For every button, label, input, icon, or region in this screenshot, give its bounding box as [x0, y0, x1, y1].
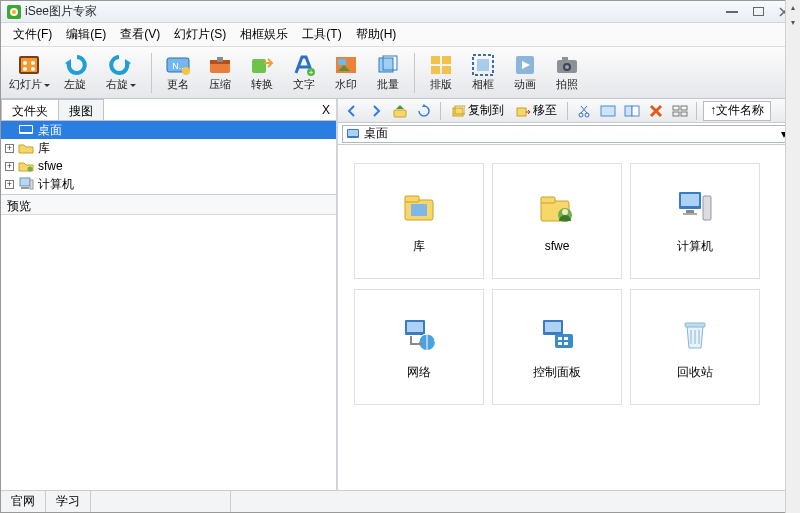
grid-item-1[interactable]: sfwe [492, 163, 622, 279]
preview-pane [1, 215, 336, 490]
folder-tree[interactable]: 桌面+库+sfwe+计算机 ▴▾ [1, 121, 336, 195]
nav-refresh-button[interactable] [414, 101, 434, 121]
toolbar-rename-button[interactable]: N..更名 [160, 50, 196, 96]
svg-rect-17 [252, 59, 266, 73]
toolbar-batch-button[interactable]: 批量 [370, 50, 406, 96]
move-to-button[interactable]: 移至 [512, 101, 561, 121]
path-field[interactable]: 桌面 ▾ [342, 125, 795, 143]
svg-rect-32 [562, 57, 568, 61]
toolbar-text-button[interactable]: +文字 [286, 50, 322, 96]
film-icon [17, 53, 41, 77]
item-grid: 库sfwe计算机网络控制面板回收站 [338, 145, 799, 490]
nav-forward-button[interactable] [366, 101, 386, 121]
menu-item-5[interactable]: 工具(T) [296, 24, 347, 45]
grid-item-3[interactable]: 网络 [354, 289, 484, 405]
invert-select-button[interactable] [622, 101, 642, 121]
grid-item-4[interactable]: 控制面板 [492, 289, 622, 405]
grid-item-5[interactable]: 回收站 [630, 289, 760, 405]
grid-item-0[interactable]: 库 [354, 163, 484, 279]
toolbar-slideshow-button[interactable]: 幻灯片 [7, 50, 51, 96]
status-link-learn[interactable]: 学习 [46, 491, 91, 512]
tab-folders[interactable]: 文件夹 [1, 99, 59, 120]
toolbar-anim-button[interactable]: 动画 [507, 50, 543, 96]
svg-rect-66 [683, 213, 697, 215]
expander-icon[interactable]: + [5, 144, 14, 153]
nav-back-button[interactable] [342, 101, 362, 121]
svg-point-10 [31, 67, 35, 71]
rot-l-icon [63, 53, 87, 77]
nav-up-button[interactable] [390, 101, 410, 121]
tree-node-3[interactable]: +计算机 [1, 175, 336, 193]
svg-point-13 [182, 67, 190, 75]
menu-item-2[interactable]: 查看(V) [114, 24, 166, 45]
tree-node-1[interactable]: +库 [1, 139, 336, 157]
svg-point-37 [28, 167, 33, 172]
svg-rect-40 [21, 187, 29, 189]
screen-icon [18, 123, 34, 137]
svg-rect-21 [338, 59, 346, 65]
svg-rect-24 [431, 56, 440, 64]
tree-node-2[interactable]: +sfwe [1, 157, 336, 175]
toolbar-rotate-right-button[interactable]: 右旋 [99, 50, 143, 96]
browser-toolbar: 复制到 移至 ↑文件名称 [338, 99, 799, 123]
main-toolbar: 幻灯片左旋右旋N..更名压缩转换+文字水印批量排版相框动画拍照 [1, 47, 799, 99]
camera-icon [555, 53, 579, 77]
status-link-site[interactable]: 官网 [1, 491, 46, 512]
svg-rect-53 [681, 112, 687, 116]
path-text: 桌面 [364, 125, 388, 142]
userfolder-icon [537, 189, 577, 229]
svg-rect-58 [411, 204, 427, 216]
svg-rect-38 [20, 178, 30, 186]
minimize-button[interactable] [723, 5, 741, 19]
toolbar-rotate-left-button[interactable]: 左旋 [57, 50, 93, 96]
panel-icon [537, 314, 577, 354]
svg-rect-69 [407, 322, 423, 332]
menu-item-6[interactable]: 帮助(H) [350, 24, 403, 45]
expander-icon[interactable]: + [5, 162, 14, 171]
toolbar-layout-button[interactable]: 排版 [423, 50, 459, 96]
svg-rect-16 [217, 57, 223, 62]
svg-rect-51 [681, 106, 687, 110]
toolbar-watermark-button[interactable]: 水印 [328, 50, 364, 96]
sort-dropdown[interactable]: ↑文件名称 [703, 101, 771, 121]
rename-icon: N.. [166, 53, 190, 77]
left-tabs: 文件夹 搜图 X [1, 99, 336, 121]
svg-point-34 [565, 65, 569, 69]
tabs-close-button[interactable]: X [316, 99, 336, 120]
svg-rect-26 [431, 66, 440, 74]
menu-item-0[interactable]: 文件(F) [7, 24, 58, 45]
svg-rect-57 [405, 196, 419, 202]
pc-big-icon [675, 188, 715, 228]
view-mode-button[interactable] [670, 101, 690, 121]
preview-header: 预览 [1, 195, 336, 215]
cut-button[interactable] [574, 101, 594, 121]
svg-rect-47 [601, 106, 615, 116]
grid-item-2[interactable]: 计算机 [630, 163, 760, 279]
toolbar-frame-button[interactable]: 相框 [465, 50, 501, 96]
svg-point-45 [579, 113, 583, 117]
menu-item-3[interactable]: 幻灯片(S) [168, 24, 232, 45]
toolbar-camera-button[interactable]: 拍照 [549, 50, 585, 96]
expander-icon[interactable]: + [5, 180, 14, 189]
pc-icon [18, 177, 34, 191]
select-button[interactable] [598, 101, 618, 121]
delete-button[interactable] [646, 101, 666, 121]
text-icon: + [292, 53, 316, 77]
maximize-button[interactable] [749, 5, 767, 19]
rot-r-icon [109, 53, 133, 77]
toolbar-compress-button[interactable]: 压缩 [202, 50, 238, 96]
layout-icon [429, 53, 453, 77]
tab-search[interactable]: 搜图 [58, 99, 104, 120]
copy-to-button[interactable]: 复制到 [447, 101, 508, 121]
menu-item-1[interactable]: 编辑(E) [60, 24, 112, 45]
menu-item-4[interactable]: 相框娱乐 [234, 24, 294, 45]
folder-user-icon [18, 159, 34, 173]
svg-rect-75 [564, 337, 568, 340]
tree-node-0[interactable]: 桌面 [1, 121, 336, 139]
svg-point-7 [23, 61, 27, 65]
watermark-icon [334, 53, 358, 77]
toolbar-convert-button[interactable]: 转换 [244, 50, 280, 96]
libfolder-icon [399, 188, 439, 228]
titlebar: iSee图片专家 [1, 1, 799, 23]
expander-icon [5, 126, 14, 135]
